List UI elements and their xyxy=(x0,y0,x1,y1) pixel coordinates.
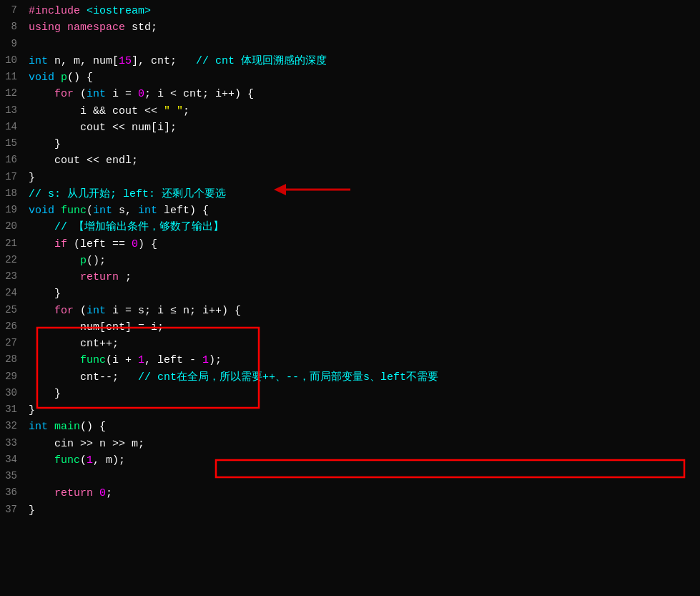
token xyxy=(29,105,80,117)
line-number: 11 xyxy=(0,69,26,85)
line-code: num[cnt] = i; xyxy=(26,319,700,336)
token: <iostream> xyxy=(87,5,151,17)
code-line-16: 16 cout << endl; xyxy=(0,152,700,169)
line-number: 35 xyxy=(0,469,26,484)
code-line-27: 27 cnt++; xyxy=(0,336,700,352)
token: 1 xyxy=(202,354,209,366)
token: left) { xyxy=(157,205,209,217)
token: using xyxy=(29,21,61,34)
line-code: // s: 从几开始; left: 还剩几个要选 xyxy=(26,186,700,202)
token: } xyxy=(29,404,35,416)
token: return xyxy=(80,271,119,283)
line-number: 17 xyxy=(0,170,26,185)
token: std; xyxy=(125,21,157,34)
token: cout << endl; xyxy=(54,155,138,167)
code-line-20: 20 // 【增加输出条件，够数了输出】 xyxy=(0,219,700,235)
line-code: cnt--; // cnt在全局，所以需要++、--，而局部变量s、left不需… xyxy=(26,369,700,386)
code-line-13: 13 i && cout << " "; xyxy=(0,103,700,119)
code-line-36: 36 return 0; xyxy=(0,485,700,502)
line-number: 29 xyxy=(0,369,26,385)
token: func xyxy=(61,205,87,217)
token: main xyxy=(54,421,80,433)
line-number: 25 xyxy=(0,303,26,318)
token: 1 xyxy=(87,454,93,466)
line-code: int n, m, num[15], cnt; // cnt 体现回溯感的深度 xyxy=(26,53,700,69)
token: for xyxy=(54,305,74,317)
line-number: 19 xyxy=(0,202,26,218)
line-code: p(); xyxy=(26,253,700,269)
line-number: 34 xyxy=(0,452,26,468)
token xyxy=(29,288,54,300)
token xyxy=(61,21,67,34)
code-line-23: 23 return ; xyxy=(0,269,700,285)
token xyxy=(29,438,54,450)
token: 15 xyxy=(119,55,132,67)
code-line-18: 18// s: 从几开始; left: 还剩几个要选 xyxy=(0,186,700,202)
token: p xyxy=(80,255,87,267)
code-line-28: 28 func(i + 1, left - 1); xyxy=(0,352,700,368)
line-code: } xyxy=(26,136,700,152)
token: ( xyxy=(74,88,87,100)
token xyxy=(29,305,54,317)
token: ; xyxy=(183,105,189,117)
token: // s: 从几开始; left: 还剩几个要选 xyxy=(29,188,226,200)
code-line-22: 22 p(); xyxy=(0,253,700,269)
token: (left == xyxy=(67,238,132,250)
token: int xyxy=(29,421,48,433)
code-line-24: 24 } xyxy=(0,285,700,302)
token: int xyxy=(93,205,112,217)
token: 0 xyxy=(138,88,144,100)
token: i && cout << xyxy=(80,105,164,117)
line-code: #include <iostream> xyxy=(26,3,700,19)
token xyxy=(29,354,80,366)
token: i = s; i ≤ n; i++) { xyxy=(106,305,241,317)
line-number: 16 xyxy=(0,152,26,168)
code-content: 7#include <iostream>8using namespace std… xyxy=(0,0,700,596)
code-line-8: 8using namespace std; xyxy=(0,19,700,36)
token: s, xyxy=(112,205,138,217)
line-number: 20 xyxy=(0,219,26,235)
token: void xyxy=(29,205,54,217)
token xyxy=(29,122,80,134)
token: cout << num[i]; xyxy=(80,122,177,134)
line-number: 9 xyxy=(0,36,26,52)
line-number: 18 xyxy=(0,186,26,202)
token: n, m, num[ xyxy=(48,55,119,67)
line-number: 30 xyxy=(0,386,26,401)
line-code: // 【增加输出条件，够数了输出】 xyxy=(26,219,700,235)
line-number: 26 xyxy=(0,319,26,335)
line-number: 37 xyxy=(0,502,26,518)
token: ; xyxy=(119,271,132,283)
token xyxy=(80,5,87,17)
token: p xyxy=(61,72,67,84)
line-code xyxy=(26,469,700,485)
token: ) { xyxy=(138,238,157,250)
line-code: func(i + 1, left - 1); xyxy=(26,352,700,368)
token: 0 xyxy=(99,487,106,499)
token xyxy=(29,371,80,384)
code-line-30: 30 } xyxy=(0,386,700,402)
token: int xyxy=(87,88,106,100)
token: ; xyxy=(106,487,112,499)
line-code: void func(int s, int left) { xyxy=(26,202,700,219)
token: (i + xyxy=(106,354,138,366)
line-code: func(1, m); xyxy=(26,452,700,469)
code-line-17: 17} xyxy=(0,170,700,186)
line-number: 22 xyxy=(0,253,26,268)
token: func xyxy=(80,354,106,366)
token: , m); xyxy=(93,454,125,466)
token: void xyxy=(29,72,54,84)
token: // cnt 体现回溯感的深度 xyxy=(196,55,327,67)
token xyxy=(29,138,54,150)
line-number: 31 xyxy=(0,402,26,418)
token: } xyxy=(54,288,61,300)
token: cnt++; xyxy=(80,338,119,350)
code-line-14: 14 cout << num[i]; xyxy=(0,119,700,136)
line-number: 15 xyxy=(0,136,26,152)
line-code: cnt++; xyxy=(26,336,700,352)
token: int xyxy=(29,55,48,67)
code-line-37: 37} xyxy=(0,502,700,519)
token xyxy=(48,421,54,433)
line-number: 7 xyxy=(0,3,26,19)
code-line-21: 21 if (left == 0) { xyxy=(0,236,700,253)
